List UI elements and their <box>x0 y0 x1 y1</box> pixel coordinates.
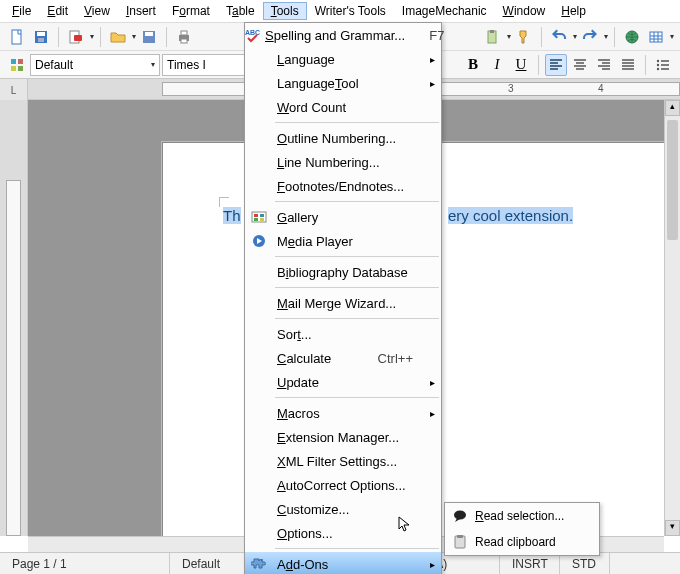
folder-button[interactable] <box>107 26 129 48</box>
menu-item-extension-manager[interactable]: Extension Manager... <box>245 425 441 449</box>
status-page: Page 1 / 1 <box>0 553 170 574</box>
doc-text-fragment-left: Th <box>223 207 241 224</box>
ruler-number: 4 <box>598 83 604 94</box>
submenu-arrow-icon: ▸ <box>430 78 435 89</box>
scroll-down-button[interactable]: ▾ <box>665 520 680 536</box>
menu-window[interactable]: Window <box>495 2 554 20</box>
menu-view[interactable]: View <box>76 2 118 20</box>
menu-item-label: Bibliography Database <box>273 265 417 280</box>
menu-item-label: Macros <box>273 406 417 421</box>
align-right-button[interactable] <box>593 54 615 76</box>
new-doc-button[interactable] <box>6 26 28 48</box>
save-button[interactable] <box>30 26 52 48</box>
menu-item-options[interactable]: Options... <box>245 521 441 545</box>
dropdown-chevron[interactable]: ▾ <box>604 32 608 41</box>
underline-button[interactable]: U <box>510 54 532 76</box>
abc-check-icon: ABC <box>245 27 261 43</box>
italic-button[interactable]: I <box>486 54 508 76</box>
submenu-item-label: Read selection... <box>475 509 580 523</box>
status-selection-mode[interactable]: STD <box>560 553 610 574</box>
export-pdf-button[interactable] <box>65 26 87 48</box>
paragraph-style-select[interactable]: Default ▾ <box>30 54 160 76</box>
svg-rect-0 <box>12 30 21 44</box>
globe-button[interactable] <box>621 26 643 48</box>
undo-button[interactable] <box>548 26 570 48</box>
menu-item-accelerator: Ctrl++ <box>354 351 417 366</box>
clone-formatting-button[interactable] <box>513 26 535 48</box>
paste-button[interactable] <box>482 26 504 48</box>
addon-icon <box>245 556 273 572</box>
status-insert-mode[interactable]: INSRT <box>500 553 560 574</box>
menu-table[interactable]: Table <box>218 2 263 20</box>
menu-item-outline-numbering[interactable]: Outline Numbering... <box>245 126 441 150</box>
menu-item-line-numbering[interactable]: Line Numbering... <box>245 150 441 174</box>
menu-separator <box>275 256 439 257</box>
print-button[interactable] <box>173 26 195 48</box>
align-center-button[interactable] <box>569 54 591 76</box>
menu-item-bibliography-database[interactable]: Bibliography Database <box>245 260 441 284</box>
dropdown-chevron[interactable]: ▾ <box>573 32 577 41</box>
submenu-item-read-selection[interactable]: Read selection... <box>445 503 599 529</box>
submenu-arrow-icon: ▸ <box>430 408 435 419</box>
dropdown-chevron[interactable]: ▾ <box>670 32 674 41</box>
menu-edit[interactable]: Edit <box>39 2 76 20</box>
styles-button[interactable] <box>6 54 28 76</box>
menu-item-languagetool[interactable]: LanguageTool▸ <box>245 71 441 95</box>
svg-rect-16 <box>18 59 23 64</box>
svg-rect-10 <box>181 39 187 43</box>
menu-separator <box>275 122 439 123</box>
svg-rect-25 <box>260 214 264 217</box>
menu-file[interactable]: File <box>4 2 39 20</box>
menu-item-autocorrect-options[interactable]: AutoCorrect Options... <box>245 473 441 497</box>
vertical-ruler[interactable] <box>0 100 28 536</box>
redo-button[interactable] <box>579 26 601 48</box>
menu-format[interactable]: Format <box>164 2 218 20</box>
dropdown-chevron[interactable]: ▾ <box>132 32 136 41</box>
menu-item-label: Line Numbering... <box>273 155 417 170</box>
menu-insert[interactable]: Insert <box>118 2 164 20</box>
menu-item-customize[interactable]: Customize... <box>245 497 441 521</box>
menu-item-sort[interactable]: Sort... <box>245 322 441 346</box>
svg-rect-27 <box>260 218 264 221</box>
menu-item-xml-filter-settings[interactable]: XML Filter Settings... <box>245 449 441 473</box>
menu-item-label: Outline Numbering... <box>273 131 417 146</box>
align-justify-button[interactable] <box>617 54 639 76</box>
menu-item-spelling-and-grammar[interactable]: ABCSpelling and Grammar...F7 <box>245 23 441 47</box>
menu-item-media-player[interactable]: Media Player <box>245 229 441 253</box>
scroll-thumb[interactable] <box>667 120 678 240</box>
menu-help[interactable]: Help <box>553 2 594 20</box>
save-disk-button[interactable] <box>138 26 160 48</box>
bold-button[interactable]: B <box>462 54 484 76</box>
vertical-scrollbar[interactable]: ▴ ▾ <box>664 100 680 536</box>
dropdown-chevron[interactable]: ▾ <box>507 32 511 41</box>
menu-writer-s-tools[interactable]: Writer's Tools <box>307 2 394 20</box>
menu-item-footnotes-endnotes[interactable]: Footnotes/Endnotes... <box>245 174 441 198</box>
menu-item-mail-merge-wizard[interactable]: Mail Merge Wizard... <box>245 291 441 315</box>
svg-rect-7 <box>145 32 153 36</box>
submenu-item-read-clipboard[interactable]: Read clipboard <box>445 529 599 555</box>
table-button[interactable] <box>645 26 667 48</box>
menu-item-language[interactable]: Language▸ <box>245 47 441 71</box>
svg-rect-24 <box>254 214 258 217</box>
menu-item-macros[interactable]: Macros▸ <box>245 401 441 425</box>
menu-item-label: AutoCorrect Options... <box>273 478 417 493</box>
scroll-up-button[interactable]: ▴ <box>665 100 680 116</box>
dropdown-chevron[interactable]: ▾ <box>90 32 94 41</box>
menu-item-label: Update <box>273 375 417 390</box>
menu-separator <box>275 287 439 288</box>
menu-item-label: Footnotes/Endnotes... <box>273 179 417 194</box>
menu-item-gallery[interactable]: Gallery <box>245 205 441 229</box>
menu-imagemechanic[interactable]: ImageMechanic <box>394 2 495 20</box>
menu-item-add-ons[interactable]: Add-Ons▸ <box>245 552 441 574</box>
menu-tools[interactable]: Tools <box>263 2 307 20</box>
align-left-button[interactable] <box>545 54 567 76</box>
menu-item-calculate[interactable]: CalculateCtrl++ <box>245 346 441 370</box>
menu-item-word-count[interactable]: Word Count <box>245 95 441 119</box>
gallery-icon <box>245 209 273 225</box>
svg-point-19 <box>657 59 659 61</box>
submenu-arrow-icon: ▸ <box>430 377 435 388</box>
list-bullets-button[interactable] <box>652 54 674 76</box>
menu-item-label: Gallery <box>273 210 417 225</box>
media-icon <box>245 233 273 249</box>
menu-item-update[interactable]: Update▸ <box>245 370 441 394</box>
